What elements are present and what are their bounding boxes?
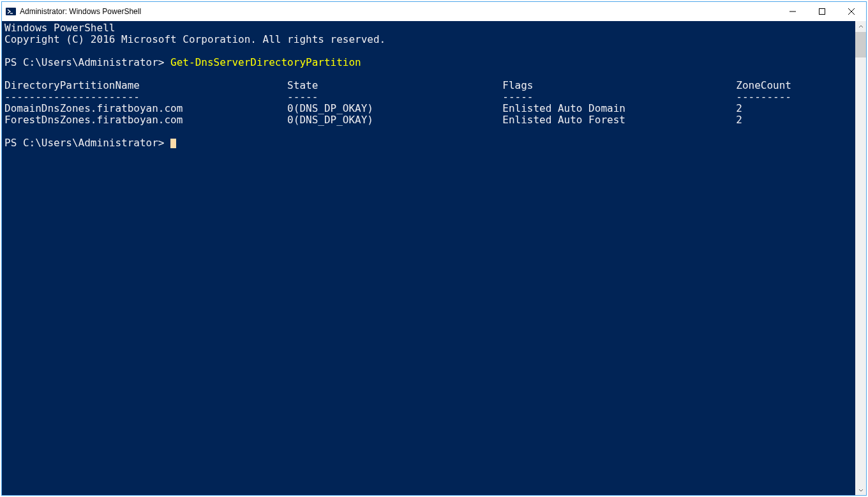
window-controls <box>778 2 866 21</box>
banner-line: Copyright (C) 2016 Microsoft Corporation… <box>4 33 385 45</box>
prompt: PS C:\Users\Administrator> <box>4 56 164 68</box>
scroll-up-button[interactable] <box>855 21 866 32</box>
prompt: PS C:\Users\Administrator> <box>4 137 164 149</box>
maximize-button[interactable] <box>807 2 837 21</box>
powershell-window: Administrator: Windows PowerShell Window… <box>1 1 867 496</box>
table-row: ForestDnsZones.firatboyan.com 0(DNS_DP_O… <box>4 114 742 126</box>
table-header: DirectoryPartitionName State Flags ZoneC… <box>4 79 791 91</box>
terminal[interactable]: Windows PowerShell Copyright (C) 2016 Mi… <box>2 21 855 495</box>
table-divider: ---------------------- ----- ----- -----… <box>4 91 791 103</box>
titlebar[interactable]: Administrator: Windows PowerShell <box>2 2 866 21</box>
powershell-icon <box>6 6 16 17</box>
scroll-thumb[interactable] <box>855 32 866 57</box>
command-text: Get-DnsServerDirectoryPartition <box>170 56 361 68</box>
minimize-button[interactable] <box>778 2 807 21</box>
svg-rect-3 <box>819 9 825 15</box>
scroll-down-button[interactable] <box>855 484 866 495</box>
cursor <box>170 139 176 148</box>
table-row: DomainDnsZones.firatboyan.com 0(DNS_DP_O… <box>4 102 742 114</box>
terminal-wrap: Windows PowerShell Copyright (C) 2016 Mi… <box>2 21 866 495</box>
vertical-scrollbar[interactable] <box>855 21 866 495</box>
banner-line: Windows PowerShell <box>4 22 115 34</box>
window-title: Administrator: Windows PowerShell <box>20 7 141 16</box>
close-button[interactable] <box>837 2 866 21</box>
scroll-track[interactable] <box>855 32 866 484</box>
